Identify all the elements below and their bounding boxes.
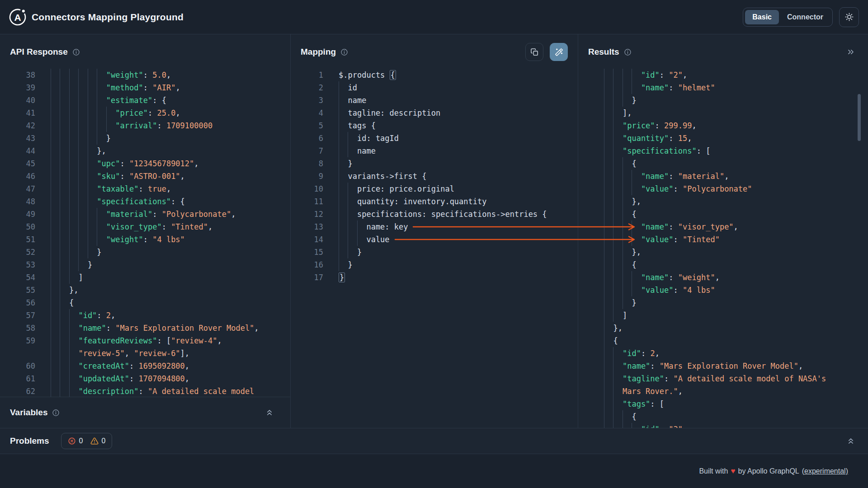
code-line: { <box>604 157 868 170</box>
code-line: 41"price": 25.0, <box>0 107 290 119</box>
code-line: 1$.products { <box>291 69 578 81</box>
code-line: "value": "Tinted" <box>604 233 868 246</box>
api-response-editor[interactable]: 38"weight": 5.0,39"method": "AIR",40"est… <box>0 63 290 397</box>
mapping-actions <box>525 43 568 61</box>
main-area: API Response 38"weight": 5.0,39"method":… <box>0 34 868 428</box>
basic-mode-button[interactable]: Basic <box>745 10 779 24</box>
code-line: }, <box>604 322 868 334</box>
code-line: "name": "weight", <box>604 271 868 284</box>
code-line: 53} <box>0 258 290 271</box>
code-line: "value": "4 lbs" <box>604 284 868 296</box>
mapping-panel: Mapping <box>291 34 578 428</box>
code-line: "name": "visor_type", <box>604 221 868 233</box>
code-line: { <box>604 410 868 423</box>
code-line: 39"method": "AIR", <box>0 81 290 94</box>
copy-button[interactable] <box>525 43 543 61</box>
page-title: Connectors Mapping Playground <box>32 12 184 23</box>
problems-title: Problems <box>10 436 49 446</box>
code-line: 13name: key <box>291 221 578 233</box>
code-line: "name": "helmet" <box>604 81 868 94</box>
code-line: 62"description": "A detailed scale model <box>0 385 290 397</box>
problems-counts: 0 0 <box>61 433 113 449</box>
code-line: 59"featuredReviews": ["review-4", <box>0 334 290 347</box>
code-line: 42"arrival": 1709100000 <box>0 119 290 132</box>
svg-text:A: A <box>14 12 21 22</box>
sun-icon <box>844 12 854 22</box>
code-line: 44}, <box>0 145 290 157</box>
code-line: 12specifications: specifications->entrie… <box>291 208 578 221</box>
code-line: 14value <box>291 233 578 246</box>
code-line: 9variants->first { <box>291 170 578 183</box>
experimental-link[interactable]: (experimental) <box>802 467 848 475</box>
code-line: "quantity": 15, <box>604 132 868 145</box>
code-line: 48"specifications": { <box>0 195 290 208</box>
results-collapse-button[interactable] <box>846 47 855 56</box>
chevrons-up-icon <box>846 436 855 446</box>
code-line: ] <box>604 309 868 322</box>
code-line: 52} <box>0 246 290 258</box>
code-line: 49"material": "Polycarbonate", <box>0 208 290 221</box>
error-count-badge: 0 <box>68 437 83 445</box>
info-icon[interactable] <box>52 409 60 417</box>
mapping-editor[interactable]: 1$.products {2id3name4tagline: descripti… <box>291 63 578 428</box>
code-line: { <box>604 258 868 271</box>
api-response-title: API Response <box>10 47 68 57</box>
code-line: 17} <box>291 271 578 284</box>
heart-icon: ♥ <box>731 467 735 476</box>
connector-mode-button[interactable]: Connector <box>780 10 830 24</box>
magic-wand-button[interactable] <box>550 43 568 61</box>
code-line: 51"weight": "4 lbs" <box>0 233 290 246</box>
code-line: "value": "Polycarbonate" <box>604 183 868 195</box>
code-line: 45"upc": "123456789012", <box>0 157 290 170</box>
variables-expand-button[interactable] <box>265 408 274 417</box>
api-response-header: API Response <box>0 34 290 63</box>
apollo-logo: A <box>8 8 27 27</box>
code-line: 10price: price.original <box>291 183 578 195</box>
code-line: "name": "Mars Exploration Rover Model", <box>604 360 868 372</box>
code-line: 55}, <box>0 284 290 296</box>
chevrons-right-icon <box>846 47 855 56</box>
footer: Built with ♥ by Apollo GraphQL (experime… <box>0 454 868 488</box>
code-line: 11quantity: inventory.quantity <box>291 195 578 208</box>
app: A Connectors Mapping Playground Basic Co… <box>0 0 868 488</box>
error-icon <box>68 437 76 445</box>
results-scrollbar-thumb[interactable] <box>858 94 861 141</box>
api-response-panel: API Response 38"weight": 5.0,39"method":… <box>0 34 291 428</box>
theme-toggle-button[interactable] <box>839 7 859 27</box>
code-line: "specifications": [ <box>604 145 868 157</box>
results-header: Results <box>578 34 868 63</box>
code-line: } <box>604 94 868 107</box>
code-line: 5tags { <box>291 119 578 132</box>
header-actions: Basic Connector <box>743 7 859 27</box>
results-title: Results <box>588 47 619 57</box>
copy-icon <box>530 48 539 56</box>
code-line: 47"taxable": true, <box>0 183 290 195</box>
code-line: { <box>604 334 868 347</box>
info-icon[interactable] <box>72 48 80 56</box>
code-line: 46"sku": "ASTRO-001", <box>0 170 290 183</box>
code-line: "name": "material", <box>604 170 868 183</box>
code-line: 16} <box>291 258 578 271</box>
code-line: "id": 2, <box>604 347 868 360</box>
code-line: 40"estimate": { <box>0 94 290 107</box>
code-line: "tags": [ <box>604 398 868 410</box>
footer-text: Built with <box>699 467 728 475</box>
code-line: Mars Rover.", <box>604 385 868 398</box>
code-line: 4tagline: description <box>291 107 578 119</box>
problems-expand-button[interactable] <box>846 436 855 446</box>
code-line: 61"updatedAt": 1707094800, <box>0 372 290 385</box>
mapping-header: Mapping <box>291 34 578 63</box>
code-line: 50"visor_type": "Tinted", <box>0 221 290 233</box>
code-line: 6id: tagId <box>291 132 578 145</box>
code-line: 15} <box>291 246 578 258</box>
results-editor[interactable]: "id": "2","name": "helmet"}],"price": 29… <box>578 63 868 428</box>
code-line: 7name <box>291 145 578 157</box>
code-line: ], <box>604 107 868 119</box>
info-icon[interactable] <box>340 48 348 56</box>
code-line: 3name <box>291 94 578 107</box>
code-line: { <box>604 208 868 221</box>
code-line: 58"name": "Mars Exploration Rover Model"… <box>0 322 290 334</box>
code-line: }, <box>604 195 868 208</box>
info-icon[interactable] <box>624 48 632 56</box>
code-line: }, <box>604 246 868 258</box>
